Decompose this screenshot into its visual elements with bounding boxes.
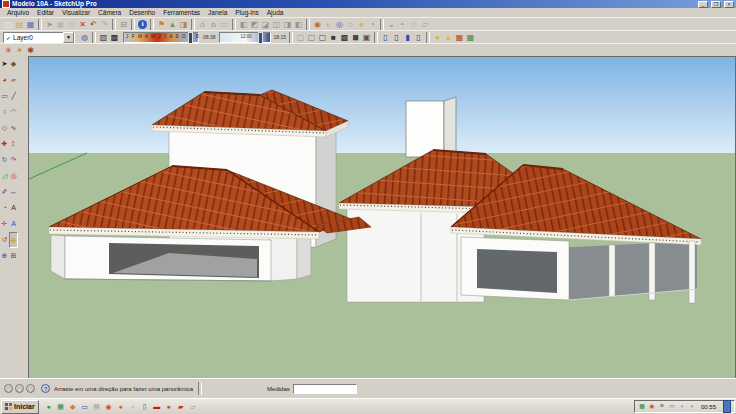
redo-icon[interactable]: ↷ <box>99 19 110 30</box>
utility-icon[interactable]: ◆ <box>68 402 78 412</box>
claim-credit-icon[interactable]: ◯ <box>26 384 35 393</box>
zoom-extents-tool-icon[interactable]: ⊞ <box>9 248 18 264</box>
scale-tool-icon[interactable]: ◿ <box>0 168 9 184</box>
hidden-line-style-icon[interactable]: ▢ <box>317 32 328 43</box>
move-tool-icon[interactable]: ✚ <box>0 136 9 152</box>
look-around-icon[interactable]: ◓ <box>397 19 408 30</box>
styles-palette-icon[interactable]: ▦ <box>454 32 465 43</box>
close-button[interactable]: × <box>724 1 734 8</box>
pan-icon[interactable]: ◐ <box>323 19 334 30</box>
credits-icon[interactable]: ◯ <box>15 384 24 393</box>
section-fill-toggle-icon[interactable]: ▮ <box>402 32 413 43</box>
section-cuts-toggle-icon[interactable]: ▯ <box>391 32 402 43</box>
layer-manager-icon[interactable]: ◍ <box>79 32 90 43</box>
open-folder-icon[interactable]: ▤ <box>14 19 25 30</box>
freehand-tool-icon[interactable]: ∿ <box>9 120 18 136</box>
shadow-time-slider[interactable]: 12:00 <box>219 32 271 43</box>
zoom-window-icon[interactable]: ◌ <box>345 19 356 30</box>
model-info-icon[interactable]: ℹ <box>138 20 147 29</box>
menu-item-visualizar[interactable]: Visualizar <box>58 8 94 17</box>
menu-item-editar[interactable]: Editar <box>33 8 58 17</box>
show-desktop-icon[interactable]: ▱ <box>188 402 198 412</box>
circle-tool-icon[interactable]: ○ <box>0 104 9 120</box>
sandbox-from-contours-icon[interactable]: ✳ <box>3 45 14 56</box>
delete-icon[interactable]: ✕ <box>77 19 88 30</box>
spreadsheet-icon[interactable]: ▦ <box>56 402 66 412</box>
xray-style-icon[interactable]: ▢ <box>295 32 306 43</box>
orbit-icon[interactable]: ◉ <box>312 19 323 30</box>
axes-tool-icon[interactable]: ✛ <box>0 216 9 232</box>
orbit-tool-icon[interactable]: ↺ <box>0 232 9 248</box>
explorer-folder-icon[interactable]: ▤ <box>92 402 102 412</box>
polygon-tool-icon[interactable]: ◇ <box>0 120 9 136</box>
rectangle-tool-icon[interactable]: ▭ <box>0 88 9 104</box>
top-view-icon[interactable]: ◩ <box>249 19 260 30</box>
push-pull-tool-icon[interactable]: ↥ <box>9 136 18 152</box>
section-plane-toggle-icon[interactable]: ▯ <box>380 32 391 43</box>
geolocation-icon[interactable]: ◯ <box>4 384 13 393</box>
iso-view-icon[interactable]: ◧ <box>238 19 249 30</box>
follow-me-tool-icon[interactable]: ↷ <box>9 152 18 168</box>
rotate-tool-icon[interactable]: ↻ <box>0 152 9 168</box>
my-computer-icon[interactable]: ▭ <box>80 402 90 412</box>
help-icon[interactable]: ? <box>41 384 50 393</box>
chrome-tray-icon[interactable]: ◉ <box>648 402 656 411</box>
front-view-icon[interactable]: ◪ <box>260 19 271 30</box>
copy-icon[interactable]: ▣ <box>55 19 66 30</box>
undo-icon[interactable]: ↶ <box>88 19 99 30</box>
start-button[interactable]: Iniciar <box>1 400 39 414</box>
office-icon[interactable]: ● <box>116 402 126 412</box>
safely-remove-icon[interactable]: ◖ <box>678 402 686 411</box>
zoom-extents-icon[interactable]: ● <box>356 19 367 30</box>
smoove-icon[interactable]: ✱ <box>25 45 36 56</box>
menu-item-ferramentas[interactable]: Ferramentas <box>159 8 204 17</box>
add-location-icon[interactable]: ⚑ <box>156 19 167 30</box>
shadow-settings-icon[interactable]: ▧ <box>98 32 109 43</box>
print-icon[interactable]: ⊟ <box>118 19 129 30</box>
maximize-button[interactable]: ❐ <box>711 1 721 8</box>
display-tray-icon[interactable]: ▭ <box>668 402 676 411</box>
previous-camera-icon[interactable]: ◔ <box>367 19 378 30</box>
protractor-tool-icon[interactable]: ◔ <box>0 200 9 216</box>
menu-item-janela[interactable]: Janela <box>204 8 231 17</box>
show-desktop-edge[interactable] <box>723 400 731 413</box>
offset-tool-icon[interactable]: ◎ <box>9 168 18 184</box>
3d-text-tool-icon[interactable]: A <box>9 216 18 232</box>
scene-icon[interactable]: ▭ <box>219 19 230 30</box>
left-view-icon[interactable]: ◧ <box>293 19 304 30</box>
eraser-tool-icon[interactable]: ▰ <box>9 72 18 88</box>
section-outline-toggle-icon[interactable]: ▯ <box>413 32 424 43</box>
fog-toggle-icon[interactable]: ▲ <box>443 32 454 43</box>
zoom-tool-icon[interactable]: ⊕ <box>0 248 9 264</box>
3d-viewport[interactable] <box>28 56 736 379</box>
monochrome-style-icon[interactable]: ◼ <box>350 32 361 43</box>
new-file-icon[interactable]: ▢ <box>3 19 14 30</box>
colors-palette-icon[interactable]: ▦ <box>465 32 476 43</box>
section-plane-icon[interactable]: ▱ <box>419 19 430 30</box>
layer-dropdown[interactable]: ✓ Layer0 ▼ <box>3 32 75 43</box>
shadow-date-slider[interactable]: J F M A M J J A S O N D <box>123 32 199 43</box>
select-arrow-icon[interactable]: ➤ <box>44 19 55 30</box>
select-tool-icon[interactable]: ➤ <box>0 56 9 72</box>
make-component-tool-icon[interactable]: ◆ <box>9 56 18 72</box>
notepad-icon[interactable]: ▯ <box>140 402 150 412</box>
home-view-icon[interactable]: ⌂ <box>208 19 219 30</box>
gpu-tray-icon[interactable]: ▩ <box>638 402 646 411</box>
shaded-style-icon[interactable]: ■ <box>328 32 339 43</box>
volume-icon[interactable]: ◗ <box>688 402 696 411</box>
back-view-icon[interactable]: ◨ <box>282 19 293 30</box>
menu-item-camera[interactable]: Câmera <box>94 8 125 17</box>
paint-bucket-tool-icon[interactable]: ◕ <box>0 72 9 88</box>
chevron-down-icon[interactable]: ▼ <box>63 32 74 43</box>
small-app-icon[interactable]: ▫ <box>128 402 138 412</box>
walk-icon[interactable]: ◍ <box>408 19 419 30</box>
checklist-app-icon[interactable]: ▰ <box>176 402 186 412</box>
dimension-tool-icon[interactable]: ↔ <box>9 184 18 200</box>
sandbox-from-scratch-icon[interactable]: ✴ <box>14 45 25 56</box>
paste-icon[interactable]: ▨ <box>66 19 77 30</box>
shadows-toggle-icon[interactable]: ● <box>432 32 443 43</box>
flag-tray-icon[interactable]: ⚑ <box>658 402 666 411</box>
menu-item-plugins[interactable]: Plug-ins <box>231 8 262 17</box>
menu-item-ajuda[interactable]: Ajuda <box>263 8 288 17</box>
textured-style-icon[interactable]: ▩ <box>339 32 350 43</box>
